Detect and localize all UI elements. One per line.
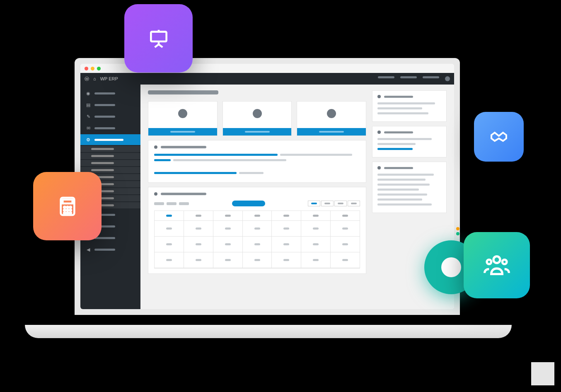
calendar-day-header (301, 211, 331, 221)
calendar-cell[interactable] (243, 252, 272, 268)
svg-rect-0 (151, 31, 166, 41)
sidebar-subitem[interactable] (80, 160, 140, 166)
calendar-title (192, 201, 305, 206)
window-max-dot[interactable] (97, 67, 101, 70)
handshake-icon (474, 112, 524, 162)
sidebar-item-dashboard[interactable]: ◉ (80, 88, 140, 99)
avatar[interactable] (445, 76, 450, 81)
sidebar-widget (372, 162, 447, 213)
calendar-view-tabs (308, 201, 360, 206)
calendar-day-header (331, 211, 360, 221)
sidebar-item-posts[interactable]: ▤ (80, 99, 140, 110)
calendar-day-header (272, 211, 301, 221)
svg-point-18 (502, 260, 507, 264)
calendar-day-header (155, 211, 184, 221)
window-close-dot[interactable] (85, 67, 88, 70)
calculator-icon (33, 172, 102, 240)
calendar-cell[interactable] (243, 221, 272, 237)
calendar-cell[interactable] (184, 237, 213, 252)
laptop-frame: ⓦ ⌂ WP ERP ◉ ▤ ✎ ✉ ⚙ (75, 58, 460, 315)
sidebar-item-erp[interactable]: ⚙ (80, 134, 140, 145)
calendar-cell[interactable] (301, 252, 331, 268)
calendar-tab[interactable] (308, 201, 320, 206)
sidebar-widget (372, 90, 447, 122)
wordpress-icon[interactable]: ⓦ (85, 76, 89, 82)
calendar-cell[interactable] (155, 237, 184, 252)
svg-point-13 (64, 212, 65, 214)
people-icon (464, 232, 530, 298)
calendar-day-header (184, 211, 213, 221)
calendar-cell[interactable] (331, 221, 360, 237)
calendar-cell[interactable] (301, 237, 331, 252)
svg-point-8 (67, 206, 68, 208)
calendar-cell[interactable] (213, 237, 243, 252)
sidebar-subitem[interactable] (80, 153, 140, 159)
svg-point-7 (64, 206, 65, 208)
calendar-cell[interactable] (331, 252, 360, 268)
svg-line-3 (155, 44, 158, 47)
svg-point-16 (493, 256, 500, 263)
calendar-day-header (243, 211, 272, 221)
wp-admin-bar: ⓦ ⌂ WP ERP (80, 73, 454, 85)
stat-card[interactable] (297, 101, 366, 136)
calendar-cell[interactable] (184, 252, 213, 268)
sidebar-item-media[interactable]: ✎ (80, 111, 140, 122)
calendar-panel (148, 187, 366, 274)
sidebar-item-comments[interactable]: ✉ (80, 123, 140, 133)
home-icon[interactable]: ⌂ (93, 76, 96, 81)
screen: ⓦ ⌂ WP ERP ◉ ▤ ✎ ✉ ⚙ (80, 64, 454, 309)
calendar-cell[interactable] (155, 252, 184, 268)
calendar-grid (154, 211, 360, 269)
svg-point-15 (70, 212, 71, 214)
main-content (140, 85, 454, 309)
calendar-cell[interactable] (243, 237, 272, 252)
svg-rect-6 (63, 199, 72, 203)
page-title (148, 90, 218, 94)
calendar-cell[interactable] (213, 221, 243, 237)
calendar-tab[interactable] (321, 201, 334, 206)
window-min-dot[interactable] (91, 67, 94, 70)
stat-card[interactable] (222, 101, 292, 136)
svg-point-14 (67, 212, 68, 214)
calendar-cell[interactable] (301, 221, 331, 237)
calendar-cell[interactable] (272, 252, 301, 268)
calendar-cell[interactable] (331, 237, 360, 252)
calendar-nav[interactable] (154, 202, 189, 205)
status-indicators (456, 227, 459, 235)
sidebar-widget (372, 126, 447, 157)
site-title[interactable]: WP ERP (100, 76, 118, 81)
sidebar-subitem[interactable] (80, 146, 140, 152)
calendar-cell[interactable] (155, 221, 184, 237)
presentation-icon (124, 4, 193, 73)
admin-bar-item[interactable] (423, 76, 439, 78)
admin-bar-item[interactable] (400, 76, 417, 78)
svg-point-17 (487, 260, 491, 264)
stat-cards-row (148, 101, 366, 136)
app-body: ◉ ▤ ✎ ✉ ⚙ ▮ ♟ ▦ ◀ (80, 85, 454, 309)
sidebar-item-collapse[interactable]: ◀ (80, 244, 140, 255)
stat-card[interactable] (148, 101, 218, 136)
calendar-day-header (213, 211, 243, 221)
svg-point-12 (70, 209, 71, 211)
svg-line-4 (159, 44, 162, 47)
status-dot-ok (456, 232, 459, 235)
svg-point-9 (70, 206, 71, 208)
calendar-cell[interactable] (272, 221, 301, 237)
svg-point-11 (67, 209, 68, 211)
admin-bar-item[interactable] (378, 76, 394, 78)
calendar-cell[interactable] (213, 252, 243, 268)
calendar-cell[interactable] (272, 237, 301, 252)
status-dot-warning (456, 227, 459, 230)
calendar-tab[interactable] (348, 201, 360, 206)
svg-point-10 (64, 209, 65, 211)
corner-placeholder (531, 362, 554, 385)
calendar-cell[interactable] (184, 221, 213, 237)
laptop-base (25, 325, 512, 338)
calendar-tab[interactable] (334, 201, 347, 206)
progress-panel (148, 140, 366, 183)
